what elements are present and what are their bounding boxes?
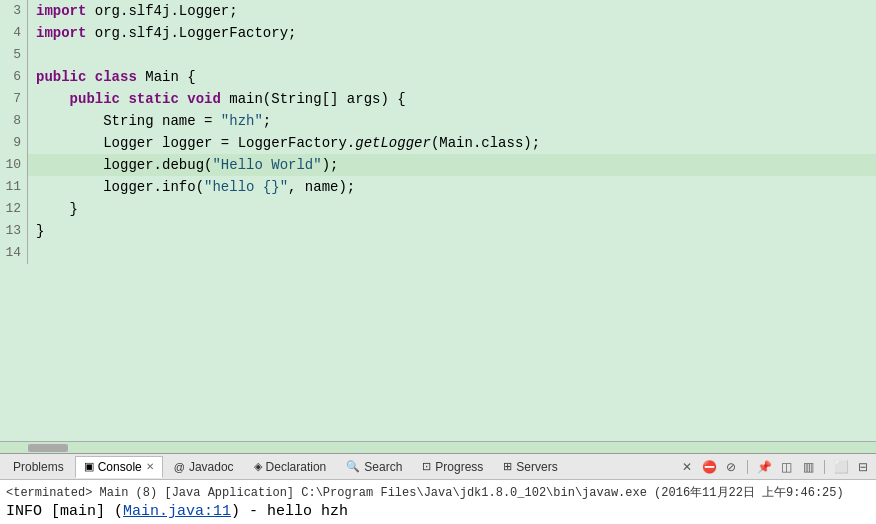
line-content: Logger logger = LoggerFactory.getLogger(… bbox=[36, 132, 540, 154]
tab-bar: Problems▣Console✕@Javadoc◈Declaration🔍Se… bbox=[0, 454, 876, 480]
token: ; bbox=[263, 113, 271, 129]
console-area: <terminated> Main (8) [Java Application]… bbox=[0, 480, 876, 524]
console-info-suffix: ) - hello hzh bbox=[231, 503, 348, 520]
line-content: logger.debug("Hello World"); bbox=[36, 154, 338, 176]
token: import bbox=[36, 3, 95, 19]
line-number: 9 bbox=[0, 132, 28, 154]
line-content: logger.info("hello {}", name); bbox=[36, 176, 355, 198]
bottom-panel: Problems▣Console✕@Javadoc◈Declaration🔍Se… bbox=[0, 453, 876, 524]
remove-button[interactable]: ⊘ bbox=[722, 458, 740, 476]
line-number: 7 bbox=[0, 88, 28, 110]
code-scrollbar[interactable] bbox=[0, 441, 876, 453]
minimize-button[interactable]: ⊟ bbox=[854, 458, 872, 476]
clear-console-button[interactable]: ✕ bbox=[678, 458, 696, 476]
console-output: INFO [main] (Main.java:11) - hello hzh bbox=[6, 503, 870, 520]
code-line: 4import org.slf4j.LoggerFactory; bbox=[0, 22, 876, 44]
code-line: 10 logger.debug("Hello World"); bbox=[0, 154, 876, 176]
token: } bbox=[36, 223, 44, 239]
token: Main { bbox=[145, 69, 195, 85]
line-content: String name = "hzh"; bbox=[36, 110, 271, 132]
tab-javadoc[interactable]: @Javadoc bbox=[165, 456, 243, 478]
line-content: public class Main { bbox=[36, 66, 196, 88]
line-number: 12 bbox=[0, 198, 28, 220]
code-line: 9 Logger logger = LoggerFactory.getLogge… bbox=[0, 132, 876, 154]
line-number: 11 bbox=[0, 176, 28, 198]
line-number: 8 bbox=[0, 110, 28, 132]
code-line: 12 } bbox=[0, 198, 876, 220]
token: logger.debug( bbox=[36, 157, 212, 173]
line-content: import org.slf4j.LoggerFactory; bbox=[36, 22, 296, 44]
tab-icon: @ bbox=[174, 461, 185, 473]
tab-label: Servers bbox=[516, 460, 557, 474]
code-editor: 3import org.slf4j.Logger;4import org.slf… bbox=[0, 0, 876, 441]
tab-icon: ▣ bbox=[84, 460, 94, 473]
tab-label: Declaration bbox=[266, 460, 327, 474]
line-number: 5 bbox=[0, 44, 28, 66]
token: org.slf4j.LoggerFactory; bbox=[95, 25, 297, 41]
code-lines: 3import org.slf4j.Logger;4import org.slf… bbox=[0, 0, 876, 264]
token: main(String[] args) { bbox=[229, 91, 405, 107]
tab-label: Search bbox=[364, 460, 402, 474]
token: , name); bbox=[288, 179, 355, 195]
tab-progress[interactable]: ⊡Progress bbox=[413, 456, 492, 478]
code-line: 5 bbox=[0, 44, 876, 66]
token: "hello {}" bbox=[204, 179, 288, 195]
line-number: 14 bbox=[0, 242, 28, 264]
token: "hzh" bbox=[221, 113, 263, 129]
tab-servers[interactable]: ⊞Servers bbox=[494, 456, 566, 478]
tab-icon: ⊞ bbox=[503, 460, 512, 473]
stop-button[interactable]: ⛔ bbox=[700, 458, 718, 476]
token: (Main.class); bbox=[431, 135, 540, 151]
divider2 bbox=[824, 460, 825, 474]
tab-close-button[interactable]: ✕ bbox=[146, 461, 154, 472]
console-info-prefix: INFO [main] ( bbox=[6, 503, 123, 520]
maximize-button[interactable]: ⬜ bbox=[832, 458, 850, 476]
code-line: 7 public static void main(String[] args)… bbox=[0, 88, 876, 110]
layout-button1[interactable]: ◫ bbox=[777, 458, 795, 476]
console-link[interactable]: Main.java:11 bbox=[123, 503, 231, 520]
token: getLogger bbox=[355, 135, 431, 151]
token: static bbox=[128, 91, 187, 107]
tab-toolbar: ✕ ⛔ ⊘ 📌 ◫ ▥ ⬜ ⊟ bbox=[678, 458, 872, 476]
tab-declaration[interactable]: ◈Declaration bbox=[245, 456, 336, 478]
line-number: 3 bbox=[0, 0, 28, 22]
tab-label: Progress bbox=[435, 460, 483, 474]
tab-console[interactable]: ▣Console✕ bbox=[75, 456, 163, 478]
code-line: 8 String name = "hzh"; bbox=[0, 110, 876, 132]
token: logger.info( bbox=[36, 179, 204, 195]
line-content: } bbox=[36, 220, 44, 242]
tab-label: Problems bbox=[13, 460, 64, 474]
code-line: 6public class Main { bbox=[0, 66, 876, 88]
tab-icon: 🔍 bbox=[346, 460, 360, 473]
console-terminated-text: <terminated> Main (8) [Java Application]… bbox=[6, 484, 870, 501]
token: org.slf4j.Logger; bbox=[95, 3, 238, 19]
code-line: 14 bbox=[0, 242, 876, 264]
line-number: 6 bbox=[0, 66, 28, 88]
line-content: } bbox=[36, 198, 78, 220]
line-number: 10 bbox=[0, 154, 28, 176]
token bbox=[36, 91, 70, 107]
token: } bbox=[36, 201, 78, 217]
layout-button2[interactable]: ▥ bbox=[799, 458, 817, 476]
token: public bbox=[36, 69, 95, 85]
code-line: 13} bbox=[0, 220, 876, 242]
code-line: 3import org.slf4j.Logger; bbox=[0, 0, 876, 22]
token: void bbox=[187, 91, 229, 107]
tab-problems[interactable]: Problems bbox=[4, 456, 73, 478]
scrollbar-thumb[interactable] bbox=[28, 444, 68, 452]
tab-search[interactable]: 🔍Search bbox=[337, 456, 411, 478]
tab-icon: ⊡ bbox=[422, 460, 431, 473]
divider1 bbox=[747, 460, 748, 474]
token: "Hello World" bbox=[212, 157, 321, 173]
token: Logger logger = LoggerFactory. bbox=[36, 135, 355, 151]
line-number: 13 bbox=[0, 220, 28, 242]
pin-button[interactable]: 📌 bbox=[755, 458, 773, 476]
tab-label: Javadoc bbox=[189, 460, 234, 474]
tab-icon: ◈ bbox=[254, 460, 262, 473]
line-number: 4 bbox=[0, 22, 28, 44]
token: public bbox=[70, 91, 129, 107]
token: String name = bbox=[36, 113, 221, 129]
code-line: 11 logger.info("hello {}", name); bbox=[0, 176, 876, 198]
line-content: import org.slf4j.Logger; bbox=[36, 0, 238, 22]
line-content: public static void main(String[] args) { bbox=[36, 88, 406, 110]
